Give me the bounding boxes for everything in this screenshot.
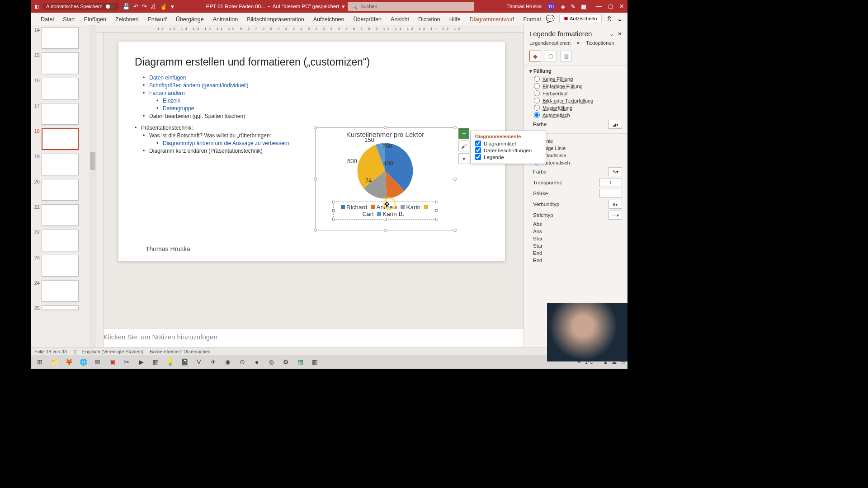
tab-hilfe[interactable]: Hilfe xyxy=(445,14,465,25)
app-icon-7[interactable]: ◎ xyxy=(265,356,278,368)
tab-dictation[interactable]: Dictation xyxy=(414,14,445,25)
fill-radio[interactable]: Bild- oder Texturfüllung xyxy=(534,98,622,103)
close-button[interactable]: ✕ xyxy=(619,3,624,9)
chart-object[interactable]: Kursteilnehmer pro Lektor 50015020040074… xyxy=(315,127,455,230)
slide-thumb-17[interactable]: 17 xyxy=(31,101,90,127)
notes-pane[interactable]: Klicken Sie, um Notizen hinzuzufügen xyxy=(96,328,524,347)
quickprint-icon[interactable]: 🖨 xyxy=(151,3,156,10)
pane-dropdown-icon[interactable]: ⌄ xyxy=(609,31,614,37)
fill-radio[interactable]: Farbverlauf xyxy=(534,90,622,96)
tab-format[interactable]: Format xyxy=(519,14,546,25)
fill-radio[interactable]: Automatisch xyxy=(534,112,622,118)
flyout-checkbox[interactable]: Datenbeschriftungen xyxy=(475,147,541,153)
search-input[interactable]: 🔍 Suchen xyxy=(348,2,474,11)
tab-diagrammentwurf[interactable]: Diagrammentwurf xyxy=(465,14,519,25)
vlc-icon[interactable]: ▶ xyxy=(135,356,147,368)
record-button[interactable]: Aufzeichnen xyxy=(559,14,602,23)
compound-picker[interactable]: ≡▾ xyxy=(609,200,622,209)
slide-canvas[interactable]: Diagramm erstellen und formatieren („cus… xyxy=(118,42,505,261)
thumb-scrollbar[interactable] xyxy=(90,25,96,347)
app-icon-5[interactable]: ⊙ xyxy=(236,356,249,368)
outlook-icon[interactable]: ✉ xyxy=(91,356,104,368)
line-radio[interactable]: rbige Linie xyxy=(534,145,622,151)
app-icon-4[interactable]: ◉ xyxy=(222,356,234,368)
powerpoint-icon[interactable]: ▣ xyxy=(106,356,118,368)
legend-item[interactable]: Karin B. xyxy=(377,211,404,217)
tab-ansicht[interactable]: Ansicht xyxy=(386,14,414,25)
chart-title[interactable]: Kursteilnehmer pro Lektor xyxy=(316,131,455,138)
chart-styles-button[interactable]: 🖌 xyxy=(458,141,469,151)
excel-icon[interactable]: ▦ xyxy=(294,356,307,368)
app-icon-3[interactable]: V xyxy=(193,356,205,368)
qat-dropdown-icon[interactable]: ▾ xyxy=(171,3,174,10)
fill-radio[interactable]: Einfarbige Füllung xyxy=(534,83,622,89)
fill-color-picker[interactable]: ◢▾ xyxy=(609,120,622,129)
slide-thumb-18[interactable]: 18 xyxy=(31,127,90,152)
slide-thumb-22[interactable]: 22 xyxy=(31,228,90,253)
firefox-icon[interactable]: 🦊 xyxy=(62,356,75,368)
settings-icon[interactable]: ⚙ xyxy=(279,356,292,368)
ribbon-collapse-icon[interactable]: ⌄ xyxy=(617,14,623,23)
tab-start[interactable]: Start xyxy=(58,14,79,25)
slide-thumb-24[interactable]: 24 xyxy=(31,278,90,304)
fill-radio[interactable]: Keine Füllung xyxy=(534,76,622,82)
tab-datei[interactable]: Datei xyxy=(36,14,58,25)
redo-icon[interactable]: ↷ xyxy=(142,3,147,10)
slide-thumb-15[interactable]: 15 xyxy=(31,51,90,76)
chart-elements-button[interactable]: ＋ xyxy=(458,128,469,139)
slide-thumb-16[interactable]: 16 xyxy=(31,76,90,101)
chart-filters-button[interactable]: ▾ xyxy=(458,153,469,164)
touch-icon[interactable]: ☝ xyxy=(160,3,167,10)
fill-section-header[interactable]: ▾ Füllung xyxy=(529,68,622,74)
tab-entwurf[interactable]: Entwurf xyxy=(143,14,171,25)
dash-picker[interactable]: ⋯▾ xyxy=(609,211,622,220)
minimize-button[interactable]: — xyxy=(596,3,602,9)
share-icon[interactable]: ⇫ xyxy=(606,14,612,23)
explorer-icon[interactable]: 📁 xyxy=(48,356,61,368)
pen-icon[interactable]: ✎ xyxy=(571,3,576,10)
status-language[interactable]: Englisch (Vereinigte Staaten) xyxy=(82,349,143,354)
panel-icon[interactable]: ▦ xyxy=(581,3,586,10)
slide-thumb-20[interactable]: 20 xyxy=(31,177,90,202)
fill-radio[interactable]: Musterfüllung xyxy=(534,105,622,111)
data-label[interactable]: 74 xyxy=(365,177,372,184)
data-label[interactable]: 200 xyxy=(382,143,392,150)
snip-icon[interactable]: ✂ xyxy=(120,356,133,368)
chart-legend[interactable]: RichardAndrewKarinCarlKarin B. xyxy=(333,202,437,220)
pane-close-icon[interactable]: ✕ xyxy=(618,31,622,37)
data-label[interactable]: 500 xyxy=(347,158,357,164)
line-radio[interactable]: erlaufslinie xyxy=(534,152,622,158)
tab-einfügen[interactable]: Einfügen xyxy=(80,14,111,25)
app-icon-8[interactable]: ▥ xyxy=(308,356,321,368)
app-icon-6[interactable]: ● xyxy=(250,356,263,368)
slide-thumb-19[interactable]: 19 xyxy=(31,152,90,177)
transparency-input[interactable]: I xyxy=(599,178,622,187)
slide-thumb-25[interactable]: 25 xyxy=(31,304,90,313)
data-label[interactable]: 150 xyxy=(364,136,374,143)
width-input[interactable] xyxy=(599,189,622,198)
line-radio[interactable]: Automatisch xyxy=(534,160,622,165)
pie-chart[interactable]: 50015020040074 xyxy=(356,142,414,200)
tab-übergänge[interactable]: Übergänge xyxy=(171,14,208,25)
maximize-button[interactable]: ▢ xyxy=(608,3,613,9)
app-icon-2[interactable]: 💡 xyxy=(164,356,176,368)
comments-icon[interactable]: 💬 xyxy=(546,14,555,23)
tab-bildschirmpräsentation[interactable]: Bildschirmpräsentation xyxy=(242,14,308,25)
telegram-icon[interactable]: ✈ xyxy=(207,356,220,368)
slide-thumb-21[interactable]: 21 xyxy=(31,202,90,228)
legend-item[interactable]: Richard xyxy=(341,204,368,211)
line-radio[interactable]: Linie xyxy=(534,138,622,144)
flyout-checkbox[interactable]: Legende xyxy=(475,154,541,160)
tab-zeichnen[interactable]: Zeichnen xyxy=(111,14,143,25)
data-label[interactable]: 400 xyxy=(383,160,393,167)
fill-line-icon[interactable]: ◆ xyxy=(529,51,541,61)
effects-icon[interactable]: ⬠ xyxy=(545,51,557,61)
flyout-checkbox[interactable]: Diagrammtitel xyxy=(475,141,541,146)
slide-thumb-14[interactable]: 14 xyxy=(31,25,90,51)
start-button[interactable]: ⊞ xyxy=(33,356,46,368)
size-props-icon[interactable]: ▥ xyxy=(560,51,572,61)
chrome-icon[interactable]: 🌐 xyxy=(77,356,90,368)
diamond-icon[interactable]: ◈ xyxy=(561,3,565,10)
tab-aufzeichnen[interactable]: Aufzeichnen xyxy=(309,14,349,25)
undo-icon[interactable]: ↶ xyxy=(133,3,138,10)
